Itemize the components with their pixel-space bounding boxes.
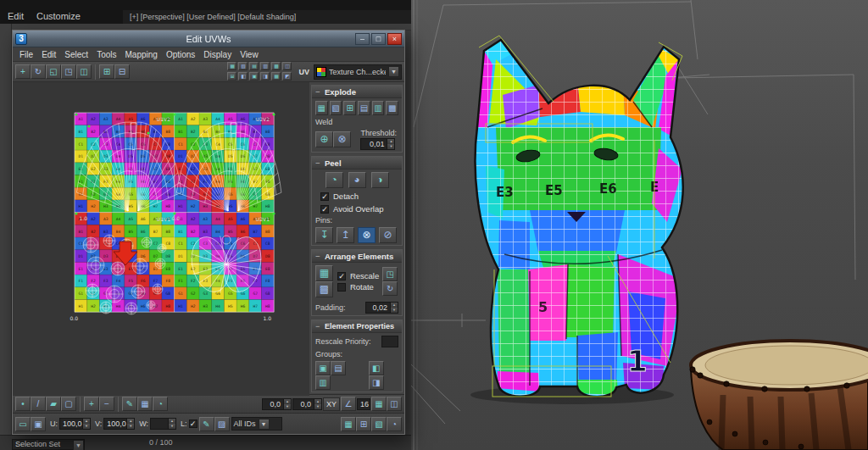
menu-edit[interactable]: Edit	[37, 49, 60, 60]
cat-model[interactable]: E3 E5 E6 E 5 1	[476, 40, 683, 397]
status-right-tools-1[interactable]: ⊞	[356, 417, 371, 431]
pack-tools-cluster-9[interactable]: ◨	[260, 72, 270, 81]
toolbar-extra-tools-0[interactable]: ⊞	[99, 64, 114, 79]
menu-view[interactable]: View	[236, 49, 263, 60]
status-left-tools-0[interactable]: ▭	[15, 417, 31, 431]
titlebar[interactable]: 3 Edit UVWs – □ ×	[13, 31, 404, 47]
detach-checkbox[interactable]: ✓	[320, 192, 329, 201]
chevron-down-icon[interactable]: ▼	[388, 66, 399, 77]
padding-spinner[interactable]: ▲▼	[391, 302, 398, 314]
pack-tools-cluster-6[interactable]: ⊞	[227, 72, 236, 81]
soft-selection-tools-0[interactable]: ✎	[199, 417, 214, 431]
paint-select-tools-0[interactable]: ✎	[122, 397, 137, 411]
rollout-header-arrange[interactable]: Arrange Elements	[312, 250, 402, 263]
peel-tools-1[interactable]: ◕	[348, 172, 366, 188]
material-id-dropdown[interactable]: All IDs ▼	[231, 417, 282, 431]
snap-tools-1[interactable]: ◫	[387, 397, 402, 411]
weld-tools-0[interactable]: ⊕	[315, 131, 333, 147]
snap-tools-0[interactable]: ▦	[371, 397, 387, 411]
avoid-overlap-checkbox[interactable]: ✓	[320, 205, 329, 214]
main-menu-customize[interactable]: Customize	[36, 11, 81, 21]
w-field[interactable]	[150, 418, 169, 430]
rotate-checkbox-row[interactable]: Rotate	[336, 281, 381, 292]
rescale-checkbox[interactable]: ✓	[337, 272, 346, 281]
viewport-3d[interactable]: E3 E5 E6 E 5 1	[411, 0, 868, 450]
menu-file[interactable]: File	[15, 49, 37, 60]
viewport-label[interactable]: [+] [Perspective] [User Defined] [Defaul…	[123, 10, 411, 24]
grow-shrink-tools-0[interactable]: +	[84, 397, 99, 411]
rescale-priority-field[interactable]	[381, 336, 398, 347]
status-right-tools-3[interactable]: ◔	[387, 417, 402, 431]
explode-tools-2[interactable]: ⊞	[343, 101, 356, 115]
pin-tools-0[interactable]: ↧	[315, 227, 333, 243]
rollout-header-element[interactable]: Element Properties	[312, 320, 402, 333]
rotate-checkbox[interactable]	[337, 283, 346, 292]
pin-tools-2[interactable]: ⊗	[358, 227, 376, 243]
u-field[interactable]: 100,0	[59, 418, 83, 430]
pack-tools-cluster-7[interactable]: ◧	[238, 72, 248, 81]
pack-tools-cluster-1[interactable]: ▧	[238, 62, 248, 70]
texture-dropdown[interactable]: Texture Ch...ecker.png) ▼	[314, 64, 402, 80]
status-right-tools-2[interactable]: ▧	[371, 417, 387, 431]
coord-u-spinner[interactable]: ▲▼	[284, 398, 292, 410]
transform-tools-0[interactable]: +	[15, 64, 31, 79]
coord-v-spinner[interactable]: ▲▼	[314, 398, 322, 410]
weld-tools-1[interactable]: ⊗	[333, 131, 351, 147]
selection-set-dropdown[interactable]: Selection Set ▼	[12, 439, 85, 450]
transform-tools-2[interactable]: ◱	[46, 64, 61, 79]
subobject-select-tools-3[interactable]: ▢	[61, 397, 76, 411]
explode-tools-0[interactable]: ▦	[315, 101, 328, 115]
detach-checkbox-row[interactable]: ✓ Detach	[312, 190, 402, 203]
transform-tools-4[interactable]: ◫	[76, 64, 92, 79]
pack-tools-cluster-0[interactable]: ▦	[227, 62, 236, 70]
w-spinner[interactable]: ▲▼	[169, 418, 176, 430]
subobject-select-tools-0[interactable]: •	[15, 397, 31, 411]
subobject-select-tools-1[interactable]: /	[31, 397, 46, 411]
padding-field[interactable]: 0,02	[365, 302, 391, 314]
uv-canvas[interactable]: A1A2A3A4A5A6A7A8A1A2A3A4A5A6A7A8B1B2B3B4…	[13, 82, 309, 394]
grow-shrink-tools-1[interactable]: −	[99, 397, 114, 411]
explode-tools-5[interactable]: ▩	[386, 101, 398, 115]
minimize-button[interactable]: –	[355, 33, 370, 45]
pin-tools-3[interactable]: ⊘	[379, 227, 397, 243]
rollout-header-peel[interactable]: Peel	[312, 157, 402, 169]
close-button[interactable]: ×	[387, 33, 402, 45]
peel-tools-0[interactable]: ◔	[326, 172, 343, 188]
coord-v-field[interactable]: 0,0	[292, 398, 314, 410]
transform-tools-1[interactable]: ↻	[31, 64, 46, 79]
arrange-extra-tools-1[interactable]: ↻	[382, 281, 398, 296]
pack-tools-cluster-3[interactable]: ▥	[260, 62, 270, 70]
uv-space-label[interactable]: UV	[298, 68, 309, 76]
pin-tools-1[interactable]: ↥	[337, 227, 354, 243]
paint-select-tools-2[interactable]: ◔	[153, 397, 168, 411]
coord-u-field[interactable]: 0,0	[262, 398, 284, 410]
soft-selection-tools-1[interactable]: ▨	[214, 417, 230, 431]
threshold-spinner[interactable]: ▲▼	[387, 138, 395, 150]
peel-tools-2[interactable]: ◑	[371, 172, 389, 188]
pack-tools-cluster-4[interactable]: ▩	[271, 62, 281, 70]
subobject-select-tools-2[interactable]: ▰	[46, 397, 61, 411]
lock-checkbox[interactable]: ✓	[189, 419, 198, 428]
rescale-checkbox-row[interactable]: ✓ Rescale	[336, 270, 381, 281]
arrange-extra-tools-0[interactable]: ◳	[382, 267, 398, 281]
avoid-overlap-checkbox-row[interactable]: ✓ Avoid Overlap	[312, 203, 402, 215]
arrange-tools-1[interactable]: ▩	[315, 281, 333, 297]
v-field[interactable]: 100,0	[103, 418, 127, 430]
menu-options[interactable]: Options	[162, 49, 199, 60]
menu-mapping[interactable]: Mapping	[121, 49, 162, 60]
threshold-field[interactable]: 0,01	[360, 138, 387, 150]
chevron-down-icon[interactable]: ▼	[73, 440, 84, 450]
paint-select-tools-1[interactable]: ▦	[137, 397, 153, 411]
menu-display[interactable]: Display	[199, 49, 236, 60]
angle-snap-icon[interactable]: ∠	[341, 397, 356, 411]
group-tools-a-1[interactable]: ▤	[331, 361, 346, 375]
group-tools-a-2[interactable]: ▥	[315, 375, 331, 390]
group-tools-a-0[interactable]: ▣	[315, 361, 331, 375]
main-menu-edit[interactable]: Edit	[8, 11, 24, 21]
transform-tools-3[interactable]: ◳	[61, 64, 76, 79]
group-tools-b-1[interactable]: ◨	[369, 375, 384, 390]
axis-toggle-button[interactable]: XY	[323, 397, 340, 411]
arrange-tools-0[interactable]: ▦	[315, 265, 333, 281]
u-spinner[interactable]: ▲▼	[83, 418, 91, 430]
pack-tools-cluster-11[interactable]: ◩	[282, 72, 292, 81]
